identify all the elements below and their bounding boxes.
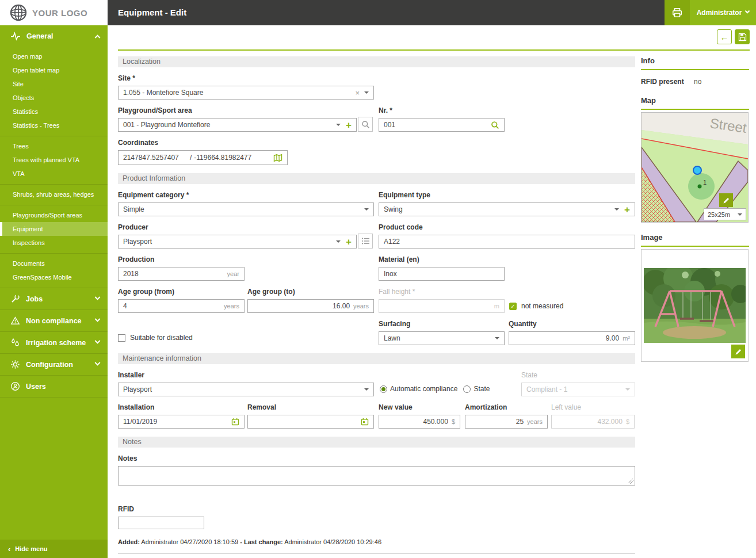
coordinates-input[interactable]: 2147847.5257407 / -119664.81982477 bbox=[118, 150, 288, 165]
print-button[interactable] bbox=[665, 0, 690, 25]
quantity-input[interactable]: 9.00 m² bbox=[509, 331, 635, 345]
suitable-disabled-checkbox[interactable] bbox=[118, 334, 125, 342]
fall-height-label: Fall height * bbox=[379, 288, 505, 296]
age-from-value: 4 bbox=[123, 302, 220, 310]
nr-input[interactable]: 001 bbox=[379, 118, 505, 132]
production-input[interactable]: 2018 year bbox=[118, 267, 245, 281]
installer-label: Installer bbox=[118, 371, 374, 379]
calendar-icon[interactable] bbox=[231, 418, 239, 426]
playground-select[interactable]: 001 - Playground Montefiore + bbox=[118, 118, 357, 132]
sidebar-group: Open map Open tablet map Site Objects St… bbox=[0, 47, 108, 136]
equipment-category-select[interactable]: Simple bbox=[118, 202, 374, 216]
removal-input[interactable] bbox=[247, 415, 374, 429]
sidebar-item-trees[interactable]: Trees bbox=[0, 139, 108, 153]
sidebar-item-greenspaces-mobile[interactable]: GreenSpaces Mobile bbox=[0, 270, 108, 284]
chevron-down-icon bbox=[95, 295, 101, 300]
left-value-label: Left value bbox=[551, 403, 635, 411]
user-menu[interactable]: Administrator bbox=[690, 0, 756, 25]
sidebar-section-label: General bbox=[26, 32, 54, 40]
state-radio[interactable] bbox=[463, 385, 471, 393]
sidebar-item-shrubs[interactable]: Shrubs, shrub areas, hedges bbox=[0, 188, 108, 201]
sidebar-item-vta[interactable]: VTA bbox=[0, 167, 108, 181]
map-widget: Street 1 bbox=[641, 112, 749, 223]
age-from-unit: years bbox=[224, 303, 239, 309]
age-to-input[interactable]: 16.00 years bbox=[247, 299, 374, 313]
sidebar-section-jobs[interactable]: Jobs bbox=[0, 288, 108, 310]
fall-height-unit: m bbox=[494, 303, 499, 309]
installer-value: Playsport bbox=[123, 385, 360, 393]
sidebar-item-documents[interactable]: Documents bbox=[0, 257, 108, 270]
notes-textarea[interactable] bbox=[118, 466, 635, 486]
sidebar-item-open-map[interactable]: Open map bbox=[0, 49, 108, 63]
add-equipment-type-button[interactable]: + bbox=[624, 205, 630, 215]
amortization-input[interactable]: 25 years bbox=[465, 415, 548, 429]
checkmark-icon: ✓ bbox=[510, 303, 515, 309]
material-input[interactable]: Inox bbox=[379, 267, 505, 281]
sidebar-item-open-tablet-map[interactable]: Open tablet map bbox=[0, 63, 108, 77]
new-value-unit: $ bbox=[452, 418, 455, 425]
sidebar-section-configuration[interactable]: Configuration bbox=[0, 354, 108, 376]
edit-image-button[interactable] bbox=[731, 345, 745, 358]
section-localization: Localization bbox=[118, 56, 635, 67]
map-scale-select[interactable]: 25x25m bbox=[704, 208, 746, 220]
producer-list-button[interactable] bbox=[358, 234, 373, 249]
not-measured-checkbox[interactable]: ✓ bbox=[509, 303, 517, 310]
fall-height-input: m bbox=[379, 299, 505, 313]
surfacing-select[interactable]: Lawn bbox=[379, 331, 505, 345]
surfacing-label: Surfacing bbox=[379, 320, 505, 328]
sidebar-section-users[interactable]: Users bbox=[0, 376, 108, 398]
rfid-input[interactable] bbox=[118, 517, 204, 529]
quantity-unit: m² bbox=[623, 335, 630, 342]
equipment-photo bbox=[641, 249, 749, 362]
amortization-label: Amortization bbox=[465, 403, 548, 411]
caret-down-icon bbox=[364, 91, 369, 94]
add-playground-button[interactable]: + bbox=[346, 120, 352, 130]
sidebar-item-inspections[interactable]: Inspections bbox=[0, 236, 108, 250]
automatic-compliance-radio[interactable] bbox=[380, 385, 387, 393]
activity-icon bbox=[10, 31, 21, 41]
pencil-icon bbox=[735, 348, 742, 356]
nr-label: Nr. * bbox=[379, 106, 505, 114]
sidebar-item-statistics-trees[interactable]: Statistics - Trees bbox=[0, 119, 108, 132]
site-select[interactable]: 1.055 - Montefiore Square × bbox=[118, 86, 374, 100]
user-name: Administrator bbox=[697, 9, 742, 17]
add-producer-button[interactable]: + bbox=[346, 237, 352, 247]
back-button[interactable]: ← bbox=[717, 29, 732, 44]
producer-select[interactable]: Playsport + bbox=[118, 235, 357, 249]
product-code-input[interactable]: A122 bbox=[379, 235, 635, 249]
sidebar-item-playgrounds[interactable]: Playgrounds/Sport areas bbox=[0, 208, 108, 222]
new-value-input[interactable]: 450.000 $ bbox=[379, 415, 460, 429]
resize-handle[interactable] bbox=[628, 479, 633, 484]
sidebar-item-trees-planned-vta[interactable]: Trees with planned VTA bbox=[0, 153, 108, 167]
equipment-type-select[interactable]: Swing + bbox=[379, 202, 635, 216]
map-scale-value: 25x25m bbox=[708, 211, 730, 218]
edit-map-button[interactable] bbox=[719, 193, 733, 207]
sidebar-item-site[interactable]: Site bbox=[0, 77, 108, 91]
search-icon[interactable] bbox=[491, 121, 499, 129]
playground-value: 001 - Playground Montefiore bbox=[123, 121, 331, 129]
installer-select[interactable]: Playsport bbox=[118, 383, 374, 396]
calendar-icon[interactable] bbox=[361, 418, 369, 426]
hide-menu-label: Hide menu bbox=[15, 545, 47, 552]
clear-icon[interactable]: × bbox=[355, 89, 360, 97]
sidebar-item-equipment[interactable]: Equipment bbox=[0, 222, 108, 236]
sidebar-item-objects[interactable]: Objects bbox=[0, 91, 108, 105]
sidebar-item-statistics[interactable]: Statistics bbox=[0, 105, 108, 119]
swing-photo bbox=[644, 268, 746, 343]
image-header: Image bbox=[641, 233, 749, 247]
save-button[interactable] bbox=[735, 29, 750, 44]
hide-menu-button[interactable]: ‹ Hide menu bbox=[0, 540, 108, 558]
suitable-disabled-label: Suitable for disabled bbox=[130, 334, 193, 342]
installation-input[interactable]: 11/01/2019 bbox=[118, 415, 245, 429]
state-select: Compliant - 1 bbox=[521, 383, 635, 396]
caret-down-icon bbox=[614, 208, 619, 211]
producer-value: Playsport bbox=[123, 238, 331, 246]
map-icon[interactable] bbox=[273, 154, 282, 162]
age-from-input[interactable]: 4 years bbox=[118, 299, 245, 313]
sidebar-section-non-compliance[interactable]: Non compliance bbox=[0, 310, 108, 332]
sidebar-section-irrigation-scheme[interactable]: Irrigation scheme bbox=[0, 332, 108, 354]
playground-search-button[interactable] bbox=[358, 117, 373, 132]
sidebar-section-general[interactable]: General bbox=[0, 25, 108, 47]
content: ← Localization Site * 1.055 - Mont bbox=[108, 25, 756, 554]
left-value-input: 432.000 $ bbox=[551, 415, 635, 429]
